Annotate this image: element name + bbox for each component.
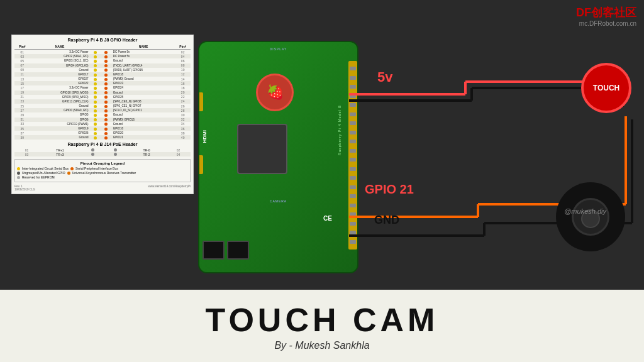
label-gpio21: GPIO 21 <box>365 182 414 197</box>
gpio-table-row: 25 Ground (SPI0_CE1_N) GPIO7 26 <box>14 104 191 108</box>
pin-name-right: GPIO24 <box>112 85 175 90</box>
df-logo: DF创客社区 <box>576 5 636 20</box>
pin-name-right: GPIO25 <box>112 95 175 99</box>
display-label: DISPLAY <box>270 47 287 51</box>
gpio-table-row: 37 GPIO26 GPIO20 38 <box>14 131 191 135</box>
df-url: mc.DFRobot.com.cn <box>576 20 636 27</box>
pin-num-left: 27 <box>14 108 30 112</box>
gpio-pin <box>350 176 356 180</box>
poe-table-row: 03 TR+3 TR-2 04 <box>14 152 191 156</box>
pin-name-left: Ground <box>30 135 90 140</box>
pin-name-right: Ground <box>112 58 175 63</box>
pin-num-left: 29 <box>14 112 30 117</box>
pin-dot-right <box>101 118 112 122</box>
touch-button[interactable]: TOUCH <box>581 63 631 113</box>
pin-name-left: GPIO19 <box>30 126 90 131</box>
pin-name-right: GPIO23 <box>112 81 175 85</box>
gpio-pin <box>350 85 356 89</box>
gpio-table-row: 31 GPIO6 (PWM0) GPIO13 32 <box>14 118 191 122</box>
gpio-pin <box>350 212 356 216</box>
gpio-pin <box>350 112 356 116</box>
pin-name-left: GPIO13 (PWM1) <box>30 122 90 126</box>
gpio-chart-title: Raspberry Pi 4 B J8 GPIO Header <box>14 38 191 42</box>
gpio-pin <box>350 167 356 171</box>
footer-url: www.element14.com/RaspberryPi <box>148 185 191 191</box>
speaker-inner <box>572 198 609 236</box>
rpi-text: Raspberry Pi 4 Model B <box>338 105 341 155</box>
gpio-pin <box>350 103 356 107</box>
pin-name-left: GPIO2 (SDA1, I2C) <box>30 54 90 58</box>
pin-name-left: GPIO10 (SPI0_MOSI) <box>30 90 90 95</box>
gpio-pin <box>350 231 356 234</box>
legend-box: Pinout Grouping Legend Inter-Integrated … <box>14 159 191 182</box>
title-area: TOUCH CAM By - Mukesh Sankhla <box>0 290 644 362</box>
dot-uart <box>67 172 70 175</box>
legend-title: Pinout Grouping Legend <box>17 162 188 165</box>
dot-spi <box>70 167 74 170</box>
connector-top <box>198 92 203 111</box>
pin-name-right: (SPI0_CE1_N) GPIO7 <box>112 104 175 108</box>
gpio-table-row: 01 3.3v DC Power DC Power 5v 02 <box>14 50 191 55</box>
pin-dot-left <box>89 63 101 68</box>
pin-dot-left <box>89 135 101 140</box>
gpio-table-row: 11 GPIO17 GPIO18 12 <box>14 72 191 77</box>
gpio-strip <box>348 61 357 250</box>
pin-dot-right <box>101 122 112 126</box>
gpio-table-row: 13 GPIO27 (PWM0) Ground 14 <box>14 77 191 81</box>
pin-num-left: 37 <box>14 131 30 135</box>
gpio-table-row: 21 GPIO9 (SPI0_MISO) GPIO25 22 <box>14 95 191 99</box>
gpio-pin <box>350 204 356 207</box>
legend-i2c: Inter-Integrated Circuit Serial Bus Seri… <box>17 167 188 170</box>
pin-name-right: Ground <box>112 122 175 126</box>
speaker <box>556 182 625 251</box>
pin-dot-right <box>101 95 112 99</box>
pin-name-right: (SCLO, ID_SC) GPIO1 <box>112 108 175 112</box>
pin-num-left: 09 <box>14 68 30 72</box>
pin-num-left: 23 <box>14 99 30 104</box>
pin-dot-right <box>101 77 112 81</box>
gpio-table-row: 15 GPIO22 GPIO23 16 <box>14 81 191 85</box>
pin-dot-right <box>101 58 112 63</box>
pin-name-right: (RXD0, UART) GPIO15 <box>112 68 175 72</box>
gpio-footer: Rev. 119/06/2019 CLG www.element14.com/R… <box>14 185 191 191</box>
pin-num-left: 39 <box>14 135 30 140</box>
gpio-table-row: 23 GPIO11 (SPI0_CLK) (SPI0_CE0_N) GPIO8 … <box>14 99 191 104</box>
pin-num-left: 31 <box>14 118 30 122</box>
pin-dot-right <box>101 50 112 55</box>
gpio-pin <box>350 131 356 134</box>
gpio-pin <box>350 140 356 143</box>
pin-dot-right <box>101 63 112 68</box>
gpio-pin <box>350 194 356 198</box>
gpio-pin <box>350 185 356 189</box>
label-gnd: GND <box>374 214 399 227</box>
gpio-table-row: 17 3.3v DC Power GPIO24 18 <box>14 85 191 90</box>
pin-name-right: GPIO16 <box>112 126 175 131</box>
pin-num-left: 35 <box>14 126 30 131</box>
gpio-table-row: 09 Ground (RXD0, UART) GPIO15 10 <box>14 68 191 72</box>
pin-name-left: 3.3v DC Power <box>30 50 90 55</box>
pin-name-right: (TXD0, UART) GPIO14 <box>112 63 175 68</box>
pin-dot-right <box>101 104 112 108</box>
pin-dot-right <box>101 81 112 85</box>
usb-ports <box>203 241 249 260</box>
touch-button-label: TOUCH <box>593 84 619 92</box>
pin-dot-left <box>89 112 101 117</box>
pin-name-right: (PWM0) Ground <box>112 77 175 81</box>
pin-name-left: Ground <box>30 104 90 108</box>
pin-name-right: DC Power 5v <box>112 50 175 55</box>
pin-name-right: (SPI0_CE0_N) GPIO8 <box>112 99 175 104</box>
pin-dot-left <box>89 68 101 72</box>
pin-num-left: 25 <box>14 104 30 108</box>
pin-dot-left <box>89 95 101 99</box>
ce-mark: CE <box>323 215 332 222</box>
pin-dot-right <box>101 68 112 72</box>
pin-name-left: GPIO6 <box>30 118 90 122</box>
pin-dot-left <box>89 58 101 63</box>
pin-name-left: Ground <box>30 68 90 72</box>
camera-label: CAMERA <box>270 199 287 203</box>
hdmi-label: HDMI <box>202 130 208 143</box>
gpio-pin <box>350 222 356 226</box>
col-pin1: Pin# <box>14 44 30 50</box>
gpio-table-row: 05 GPIO3 (SCL1, I2C) Ground 06 <box>14 58 191 63</box>
rpi-logo: 🍓 <box>256 74 294 111</box>
